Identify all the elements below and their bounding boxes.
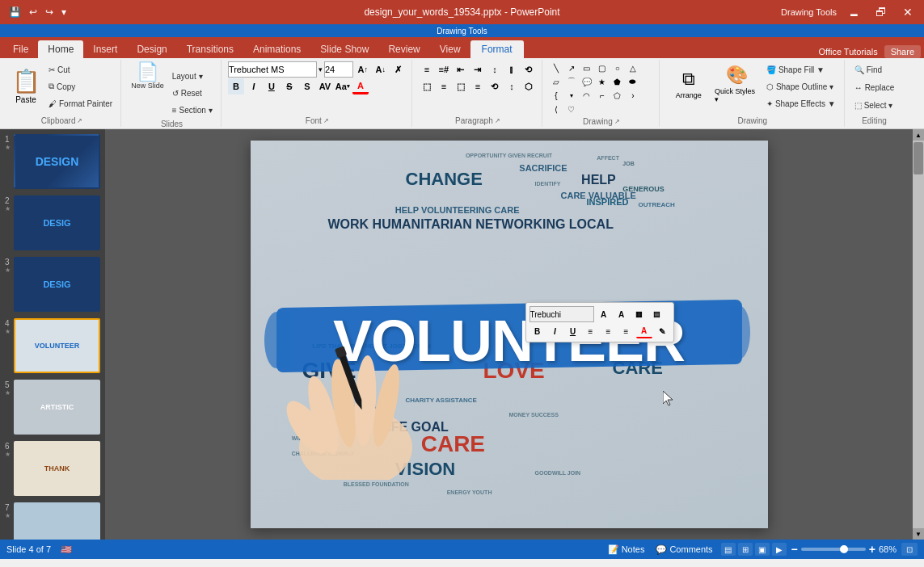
shape-outline-button[interactable]: ⬡ Shape Outline ▾ xyxy=(763,78,839,94)
slide-7-thumb[interactable] xyxy=(14,502,100,540)
tab-insert[interactable]: Insert xyxy=(83,40,127,58)
zoom-slider[interactable] xyxy=(801,548,866,551)
line-spacing-button[interactable]: ↕ xyxy=(487,61,503,78)
custom-shape[interactable]: ⬟ xyxy=(610,75,625,88)
spacing-button[interactable]: AV xyxy=(317,78,333,94)
align-left-button[interactable]: ⬚ xyxy=(419,78,435,94)
mt-bold[interactable]: B xyxy=(530,324,546,338)
reset-button[interactable]: ↺ Reset xyxy=(169,85,216,101)
arrange-button[interactable]: ⧉ Arrange xyxy=(666,61,711,107)
format-painter-button[interactable]: 🖌 Format Painter xyxy=(45,95,116,111)
oval-shape[interactable]: ○ xyxy=(610,61,625,74)
font-color-button[interactable]: A xyxy=(352,78,369,94)
quick-styles-button[interactable]: 🎨 Quick Styles ▾ xyxy=(715,61,760,107)
slide-item-5[interactable]: 5 ★ ARTISTIC xyxy=(3,378,102,436)
fit-slide-btn[interactable]: ⊡ xyxy=(901,543,918,556)
save-icon[interactable]: 💾 xyxy=(6,5,23,19)
slide-canvas[interactable]: OPPORTUNITY GIVEN RECRUIT SACRIFICE AFFE… xyxy=(251,141,768,528)
arc-shape[interactable]: ◠ xyxy=(580,89,594,102)
tab-file[interactable]: File xyxy=(3,40,38,58)
close-btn[interactable]: ✕ xyxy=(898,4,918,20)
para-shape[interactable]: ▱ xyxy=(549,75,563,88)
tab-animations[interactable]: Animations xyxy=(243,40,310,58)
font-expand-icon[interactable]: ↗ xyxy=(323,117,329,124)
columns-button[interactable]: ⫿ xyxy=(504,61,520,78)
new-slide-button[interactable]: 📄 New Slide xyxy=(128,61,167,91)
tab-share[interactable]: Share xyxy=(884,45,921,58)
more-shapes-btn[interactable]: ▾ xyxy=(564,89,579,102)
notes-btn[interactable]: 📝 Notes xyxy=(605,544,648,556)
scroll-up-btn[interactable]: ▲ xyxy=(913,129,924,141)
ribbon-shape[interactable]: ⟨ xyxy=(549,103,563,116)
slideshow-btn[interactable]: ▶ xyxy=(772,543,787,556)
align-center-button[interactable]: ≡ xyxy=(436,78,452,94)
mt-align-right[interactable]: ≡ xyxy=(618,324,635,338)
normal-view-btn[interactable]: ▤ xyxy=(721,543,736,556)
underline-button[interactable]: U xyxy=(264,78,280,94)
font-size-select[interactable]: 24 xyxy=(324,61,353,78)
star-shape[interactable]: ★ xyxy=(595,75,610,88)
mt-border-2[interactable]: ▤ xyxy=(649,307,665,321)
slide-5-thumb[interactable]: ARTISTIC xyxy=(14,380,100,435)
heart-shape[interactable]: ♡ xyxy=(564,103,579,116)
slide-item-1[interactable]: 1 ★ DESIGN xyxy=(3,132,102,191)
copy-button[interactable]: ⧉ Copy xyxy=(45,78,116,94)
tab-slideshow[interactable]: Slide Show xyxy=(310,40,378,58)
mt-highlight[interactable]: ✎ xyxy=(654,324,670,338)
justify-button[interactable]: ≡ xyxy=(470,78,486,94)
slide-sorter-btn[interactable]: ⊞ xyxy=(738,543,753,556)
find-button[interactable]: 🔍 Find xyxy=(851,61,885,78)
mt-font-select[interactable]: Trebuchi xyxy=(530,306,594,322)
clear-format-button[interactable]: ✗ xyxy=(390,61,407,78)
tab-transitions[interactable]: Transitions xyxy=(177,40,243,58)
zoom-minus-btn[interactable]: − xyxy=(791,543,798,556)
change-case-button[interactable]: Aa▾ xyxy=(335,78,351,94)
rect-shape[interactable]: ▭ xyxy=(580,61,594,74)
numbering-button[interactable]: ≡# xyxy=(436,61,452,78)
customize-icon[interactable]: ▾ xyxy=(59,5,69,19)
tab-design[interactable]: Design xyxy=(127,40,176,58)
shape-effects-button[interactable]: ✦ Shape Effects ▼ xyxy=(763,95,839,111)
paste-button[interactable]: 📋 Paste xyxy=(8,61,44,110)
slide-1-thumb[interactable]: DESIGN xyxy=(14,134,100,189)
shape-fill-button[interactable]: 🪣 Shape Fill ▼ xyxy=(763,61,839,78)
tab-view[interactable]: View xyxy=(430,40,470,58)
connector-shape[interactable]: ⌐ xyxy=(595,89,610,102)
section-button[interactable]: ≡ Section▾ xyxy=(169,102,216,118)
mt-underline[interactable]: U xyxy=(565,324,581,338)
slide-2-thumb[interactable]: DESIG xyxy=(14,195,100,250)
paragraph-expand-icon[interactable]: ↗ xyxy=(495,117,500,124)
convert-smartart-button[interactable]: ⬡ xyxy=(521,78,537,94)
align-text-button[interactable]: ↕ xyxy=(504,78,520,94)
zoom-slider-thumb[interactable] xyxy=(840,545,848,553)
font-family-select[interactable]: Trebuchet MS xyxy=(228,61,317,78)
slide-6-thumb[interactable]: THANK xyxy=(14,441,100,496)
undo-icon[interactable]: ↩ xyxy=(27,5,40,19)
tab-format[interactable]: Format xyxy=(470,40,524,58)
slide-item-3[interactable]: 3 ★ DESIG xyxy=(3,255,102,313)
tri-shape[interactable]: △ xyxy=(626,61,640,74)
shrink-font-button[interactable]: A↓ xyxy=(373,61,389,78)
callout-shape[interactable]: 💬 xyxy=(580,75,594,88)
text-direction-button[interactable]: ⟲ xyxy=(487,78,503,94)
pentagon-shape[interactable]: ⬠ xyxy=(610,89,625,102)
shadow-button[interactable]: S xyxy=(299,78,315,94)
replace-button[interactable]: ↔ Replace xyxy=(851,79,898,95)
mt-font-color[interactable]: A xyxy=(636,324,652,338)
grow-font-button[interactable]: A↑ xyxy=(355,61,371,78)
minimize-btn[interactable]: 🗕 xyxy=(843,4,864,20)
mt-align-left[interactable]: ≡ xyxy=(583,324,599,338)
reading-view-btn[interactable]: ▣ xyxy=(755,543,770,556)
curve-shape[interactable]: ⌒ xyxy=(564,75,579,88)
drawing-expand-icon[interactable]: ↗ xyxy=(614,118,620,125)
bullets-button[interactable]: ≡ xyxy=(419,61,435,78)
strikethrough-button[interactable]: S xyxy=(281,78,297,94)
tab-home[interactable]: Home xyxy=(38,40,83,58)
slide-item-2[interactable]: 2 ★ DESIG xyxy=(3,194,102,252)
slide-4-thumb[interactable]: VOLUNTEER xyxy=(14,318,100,373)
restore-btn[interactable]: 🗗 xyxy=(871,4,892,20)
smartart-button[interactable]: ⟲ xyxy=(521,61,537,78)
tab-office-tutorials[interactable]: Office Tutorials xyxy=(818,47,877,57)
mt-font-size-down[interactable]: A xyxy=(614,307,630,321)
select-button[interactable]: ⬚ Select ▾ xyxy=(851,97,897,113)
